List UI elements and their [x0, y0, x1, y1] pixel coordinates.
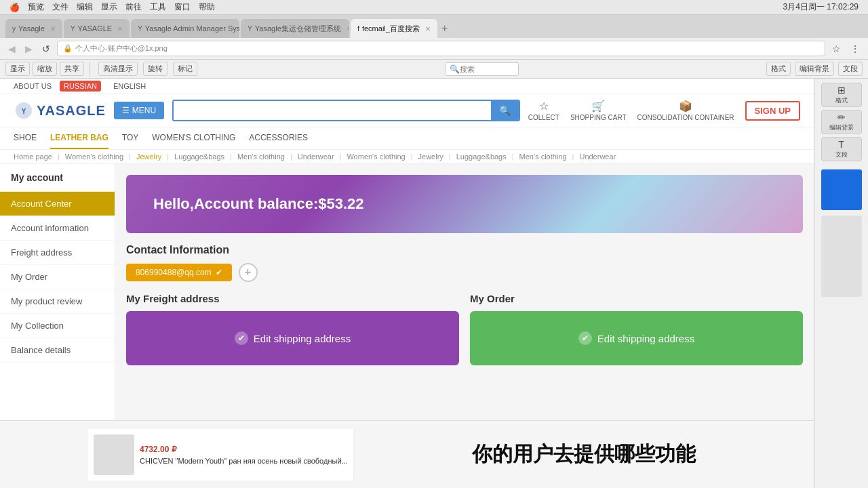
breadcrumb-womens2[interactable]: Women's clothing: [347, 152, 405, 161]
cart-icon: 🛒: [591, 100, 605, 113]
freight-section: My Freight address ✔ Edit shipping addre…: [126, 293, 459, 365]
lock-icon: 🔒: [63, 44, 73, 53]
sidebar-item-product-review[interactable]: My product review: [0, 289, 115, 314]
breadcrumb-underwear[interactable]: Underwear: [298, 152, 334, 161]
tab-close-0[interactable]: ✕: [50, 25, 56, 33]
edit-order-address-button[interactable]: ✔ Edit shipping address: [470, 311, 803, 365]
breadcrumb-luggage2[interactable]: Luggage&bags: [456, 152, 507, 161]
breadcrumb-mens[interactable]: Men's clothing: [237, 152, 285, 161]
browser-tab-0[interactable]: y Yasagle ✕: [5, 19, 62, 38]
container-action[interactable]: 📦 CONSOLIDATION CONTAINER: [637, 100, 734, 121]
toolbar-share-btn[interactable]: 共享: [60, 62, 84, 76]
breadcrumb: Home page | Women's clothing | Jewelry |…: [0, 150, 814, 164]
preview-toolbar: 显示 缩放 共享 高清显示 旋转 标记 🔍 格式 编辑背景 文段: [0, 60, 868, 79]
extensions-button[interactable]: ⋮: [848, 42, 863, 56]
format-panel-btn[interactable]: ⊞ 格式: [821, 83, 862, 107]
breadcrumb-mens2[interactable]: Men's clothing: [519, 152, 567, 161]
breadcrumb-womens[interactable]: Women's clothing: [65, 152, 123, 161]
toolbar-zoom-btn[interactable]: 缩放: [33, 62, 57, 76]
mac-menu-help[interactable]: 帮助: [199, 1, 215, 13]
page-content: My account Account Center Account inform…: [0, 164, 814, 435]
verified-icon: ✔: [216, 268, 222, 277]
browser-tab-bar: y Yasagle ✕ Y YASAGLE ✕ Y Yasagle Admin …: [0, 15, 868, 38]
toolbar-display-btn[interactable]: 显示: [5, 62, 30, 76]
edit-freight-address-button[interactable]: ✔ Edit shipping address: [126, 311, 459, 365]
menu-lines-icon: ☰: [122, 106, 130, 115]
browser-tab-2[interactable]: Y Yasagle Admin Manager Syst... ✕: [131, 19, 239, 38]
sidebar-item-my-order[interactable]: My Order: [0, 265, 115, 289]
breadcrumb-luggage[interactable]: Luggage&bags: [174, 152, 224, 161]
browser-tab-1[interactable]: Y YASAGLE ✕: [64, 19, 130, 38]
header-search-button[interactable]: 🔍: [491, 101, 519, 120]
cat-womens-clothing[interactable]: WOMEN'S CLOTHING: [152, 127, 235, 149]
sidebar-item-account-center[interactable]: Account Center: [0, 192, 115, 216]
mac-menu-display[interactable]: 显示: [101, 1, 117, 13]
sidebar-item-account-info[interactable]: Account information: [0, 216, 115, 241]
browser-tab-4[interactable]: f fecmail_百度搜索 ✕: [351, 19, 437, 38]
sidebar-item-my-collection[interactable]: My Collection: [0, 314, 115, 338]
tab-close-4[interactable]: ✕: [425, 25, 431, 33]
toolbar-text-btn[interactable]: 文段: [838, 62, 863, 76]
mac-menu-go[interactable]: 前往: [125, 1, 142, 13]
mac-menu-edit[interactable]: 编辑: [77, 1, 93, 13]
lang-english-btn[interactable]: ENGLISH: [109, 81, 150, 92]
breadcrumb-home[interactable]: Home page: [14, 152, 52, 161]
site-logo-text[interactable]: YASAGLE: [37, 103, 106, 119]
mac-os-bar: 🍎 预览 文件 编辑 显示 前往 工具 窗口 帮助 3月4日周一 17:02:2…: [0, 0, 868, 15]
cat-accessories[interactable]: ACCESSORIES: [249, 127, 308, 149]
contact-section-title: Contact Information: [126, 244, 803, 256]
breadcrumb-jewelry2[interactable]: Jewelry: [418, 152, 443, 161]
mac-menu-file[interactable]: 文件: [52, 1, 68, 13]
header-search[interactable]: 🔍: [172, 100, 520, 121]
gray-content-block: [821, 216, 862, 297]
new-tab-button[interactable]: +: [439, 22, 450, 35]
sidebar-item-freight-address[interactable]: Freight address: [0, 241, 115, 265]
order-section: My Order ✔ Edit shipping address: [470, 293, 803, 365]
chinese-text-overlay: 你的用户去提供哪些功能: [354, 441, 814, 468]
forward-button[interactable]: ▶: [22, 42, 35, 56]
back-button[interactable]: ◀: [5, 42, 18, 56]
freight-order-section: My Freight address ✔ Edit shipping addre…: [126, 293, 803, 365]
email-text: 806990488@qq.com: [136, 268, 212, 277]
browser-tab-3[interactable]: Y Yasagle集运仓储管理系统 ✕: [241, 19, 349, 38]
mac-menu-tools[interactable]: 工具: [150, 1, 166, 13]
tab-close-1[interactable]: ✕: [117, 25, 123, 33]
site-top-bar: ABOUT US RUSSIAN ENGLISH: [0, 79, 814, 94]
edit-bg-panel-btn[interactable]: ✏ 编辑背景: [821, 110, 862, 134]
mac-menu-preview[interactable]: 预览: [28, 1, 44, 13]
tab-close-3[interactable]: ✕: [347, 25, 349, 33]
order-section-title: My Order: [470, 293, 803, 304]
sidebar-item-balance-details[interactable]: Balance details: [0, 338, 115, 363]
url-bar[interactable]: 🔒 个人中心-账户中心@1x.png: [57, 41, 825, 56]
cat-shoe[interactable]: SHOE: [14, 127, 37, 149]
toolbar-rotate-btn[interactable]: 旋转: [143, 62, 167, 76]
toolbar-mark-btn[interactable]: 标记: [173, 62, 197, 76]
toolbar-hd-btn[interactable]: 高清显示: [98, 62, 138, 76]
toolbar-edit-btn[interactable]: 编辑背景: [795, 62, 834, 76]
toolbar-search-input[interactable]: [460, 65, 514, 73]
about-us-link[interactable]: ABOUT US: [14, 82, 52, 90]
category-nav: SHOE LEATHER BAG TOY WOMEN'S CLOTHING AC…: [0, 127, 814, 150]
breadcrumb-underwear2[interactable]: Underwear: [579, 152, 616, 161]
account-balance-text: Hello,Account balance:$53.22: [153, 195, 364, 212]
bookmark-button[interactable]: ☆: [829, 42, 844, 56]
apple-icon: 🍎: [9, 3, 20, 12]
cat-toy[interactable]: TOY: [122, 127, 138, 149]
collect-action[interactable]: ☆ COLLECT: [528, 100, 559, 121]
package-icon: 📦: [679, 100, 692, 113]
mac-menu-window[interactable]: 窗口: [174, 1, 191, 13]
add-contact-button[interactable]: +: [239, 263, 258, 282]
edit-icon: ✏: [837, 112, 846, 123]
product-price: 4732.00 ₽: [140, 445, 348, 454]
cat-leather-bag[interactable]: LEATHER BAG: [50, 127, 108, 149]
text-panel-btn[interactable]: T 文段: [821, 137, 862, 161]
reload-button[interactable]: ↺: [39, 42, 53, 56]
breadcrumb-jewelry[interactable]: Jewelry: [136, 152, 161, 161]
menu-button[interactable]: ☰ MENU: [114, 102, 164, 119]
lang-russian-btn[interactable]: RUSSIAN: [60, 81, 101, 92]
toolbar-format-btn[interactable]: 格式: [766, 62, 791, 76]
header-search-input[interactable]: [174, 102, 491, 120]
toolbar-search[interactable]: 🔍: [445, 62, 519, 76]
cart-action[interactable]: 🛒 SHOPPING CART: [570, 100, 627, 121]
signup-button[interactable]: SIGN UP: [745, 101, 800, 121]
